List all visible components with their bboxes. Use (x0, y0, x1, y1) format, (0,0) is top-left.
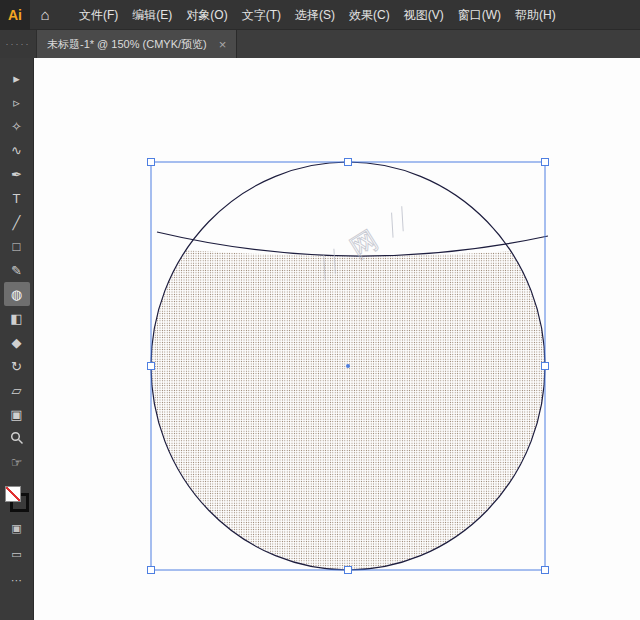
tools-panel: ▸ ▹ ✧ ∿ ✒ T ╱ □ ✎ ◍ ◧ ◆ ↻ ▱ ▣ ☞ (0, 58, 34, 620)
scale-tool[interactable]: ▱ (4, 378, 30, 402)
selection-handle-top-left[interactable] (148, 159, 155, 166)
selection-handle-top-center[interactable] (345, 159, 352, 166)
tab-strip-empty (237, 30, 640, 58)
gradient-tool[interactable]: ◧ (4, 306, 30, 330)
artwork-svg[interactable]: 网 (34, 58, 639, 620)
lasso-tool[interactable]: ∿ (4, 138, 30, 162)
type-tool[interactable]: T (4, 186, 30, 210)
shape-builder-tool[interactable]: ◍ (4, 282, 30, 306)
menu-select[interactable]: 选择(S) (288, 0, 342, 30)
line-segment-tool[interactable]: ╱ (4, 210, 30, 234)
rotate-tool[interactable]: ↻ (4, 354, 30, 378)
paintbrush-tool[interactable]: ✎ (4, 258, 30, 282)
menu-file[interactable]: 文件(F) (72, 0, 125, 30)
close-tab-icon[interactable]: × (219, 37, 227, 52)
menu-effect[interactable]: 效果(C) (342, 0, 397, 30)
zoom-tool[interactable] (4, 426, 30, 450)
menu-help[interactable]: 帮助(H) (508, 0, 563, 30)
fill-stroke-swatches (4, 486, 30, 512)
menu-edit[interactable]: 编辑(E) (125, 0, 179, 30)
more-tools-icon[interactable]: ⋯ (4, 570, 30, 590)
canvas[interactable]: 网 (34, 58, 640, 620)
main-area: ▸ ▹ ✧ ∿ ✒ T ╱ □ ✎ ◍ ◧ ◆ ↻ ▱ ▣ ☞ (0, 58, 640, 620)
toolbar-dock-grip[interactable]: ····· (0, 30, 37, 58)
selection-handle-bottom-center[interactable] (345, 567, 352, 574)
rectangle-tool[interactable]: □ (4, 234, 30, 258)
selection-handle-top-right[interactable] (542, 159, 549, 166)
selection-handle-bottom-right[interactable] (542, 567, 549, 574)
object-center-point[interactable] (346, 364, 350, 368)
selection-handle-mid-left[interactable] (148, 363, 155, 370)
tab-bar: ····· 未标题-1* @ 150% (CMYK/预览) × (0, 30, 640, 58)
document-tab-title: 未标题-1* @ 150% (CMYK/预览) (47, 37, 207, 52)
menu-window[interactable]: 窗口(W) (451, 0, 508, 30)
magic-wand-tool[interactable]: ✧ (4, 114, 30, 138)
fill-swatch[interactable] (5, 486, 21, 502)
menu-view[interactable]: 视图(V) (397, 0, 451, 30)
document-tab[interactable]: 未标题-1* @ 150% (CMYK/预览) × (37, 30, 237, 58)
pen-tool[interactable]: ✒ (4, 162, 30, 186)
selection-tool[interactable]: ▸ (4, 66, 30, 90)
selection-handle-mid-right[interactable] (542, 363, 549, 370)
illustrator-window: Ai ⌂ 文件(F) 编辑(E) 对象(O) 文字(T) 选择(S) 效果(C)… (0, 0, 640, 620)
hand-tool[interactable]: ☞ (4, 450, 30, 474)
none-fill-slash-icon (6, 487, 20, 501)
app-logo[interactable]: Ai (0, 0, 30, 30)
draw-mode-icon[interactable]: ▣ (4, 518, 30, 538)
artboard-tool[interactable]: ▣ (4, 402, 30, 426)
direct-selection-tool[interactable]: ▹ (4, 90, 30, 114)
home-icon[interactable]: ⌂ (30, 6, 60, 23)
screen-mode-icon[interactable]: ▭ (4, 544, 30, 564)
selection-handle-bottom-left[interactable] (148, 567, 155, 574)
menu-type[interactable]: 文字(T) (235, 0, 288, 30)
menu-object[interactable]: 对象(O) (179, 0, 234, 30)
eyedropper-tool[interactable]: ◆ (4, 330, 30, 354)
menu-bar: Ai ⌂ 文件(F) 编辑(E) 对象(O) 文字(T) 选择(S) 效果(C)… (0, 0, 640, 30)
zoom-icon (10, 431, 24, 445)
